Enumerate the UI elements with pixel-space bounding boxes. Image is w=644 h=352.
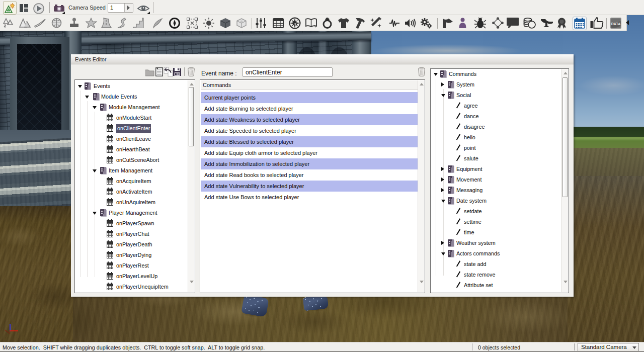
- svg-text:DATA: DATA: [611, 22, 620, 26]
